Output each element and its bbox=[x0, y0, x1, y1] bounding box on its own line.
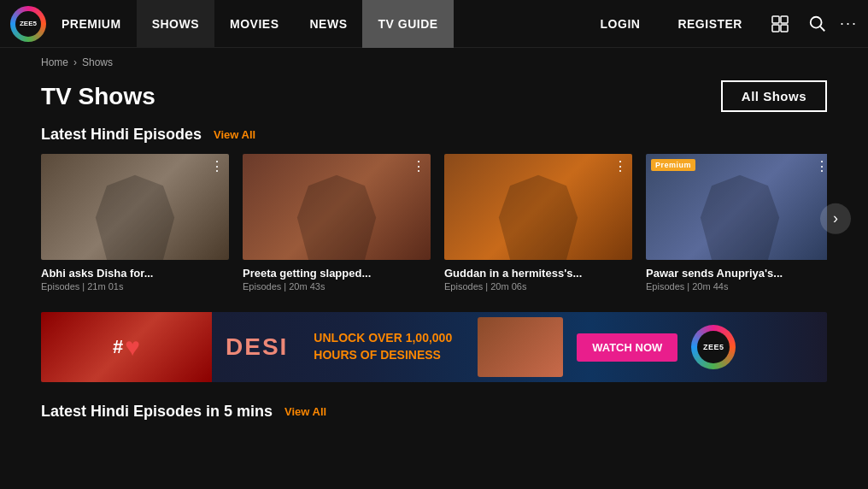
episode-thumb-4: Premium ⋮ bbox=[646, 154, 827, 260]
card-meta-3: Episodes | 20m 06s bbox=[444, 281, 632, 292]
card-meta-2: Episodes | 20m 43s bbox=[243, 281, 431, 292]
more-options-icon[interactable]: ··· bbox=[840, 15, 858, 32]
banner-desi-label: DESI bbox=[226, 333, 288, 361]
card-menu-icon-1[interactable]: ⋮ bbox=[208, 157, 226, 174]
nav-register[interactable]: REGISTER bbox=[662, 0, 758, 48]
banner-text-line1: UNLOCK OVER 1,00,000 bbox=[314, 330, 452, 347]
svg-rect-1 bbox=[781, 16, 788, 23]
episode-card-4[interactable]: Premium ⋮ Pawar sends Anupriya's... Epis… bbox=[646, 154, 827, 295]
card-info-4: Pawar sends Anupriya's... Episodes | 20m… bbox=[646, 260, 827, 295]
svg-rect-3 bbox=[781, 25, 788, 32]
zee5-logo-text: ZEE5 bbox=[697, 331, 730, 363]
card-title-4: Pawar sends Anupriya's... bbox=[646, 267, 827, 280]
logo-text: ZEE5 bbox=[15, 11, 41, 37]
episode-thumb-1: ⋮ bbox=[41, 154, 229, 260]
svg-rect-2 bbox=[772, 25, 779, 32]
navbar: ZEE5 PREMIUM SHOWS MOVIES NEWS TV GUIDE … bbox=[0, 0, 868, 48]
breadcrumb-home[interactable]: Home bbox=[41, 56, 68, 68]
card-menu-icon-3[interactable]: ⋮ bbox=[612, 157, 629, 174]
banner-text: UNLOCK OVER 1,00,000 HOURS OF DESINESS bbox=[314, 330, 452, 363]
episode-card-2[interactable]: ⋮ Preeta getting slapped... Episodes | 2… bbox=[243, 154, 431, 295]
episode-carousel: ⋮ Abhi asks Disha for... Episodes | 21m … bbox=[41, 154, 827, 295]
episode-thumb-3: ⋮ bbox=[444, 154, 632, 260]
nav-links: PREMIUM SHOWS MOVIES NEWS TV GUIDE bbox=[46, 0, 585, 48]
nav-item-news[interactable]: NEWS bbox=[294, 0, 362, 48]
thumb-silhouette bbox=[79, 154, 191, 260]
breadcrumb: Home › Shows bbox=[0, 48, 868, 77]
banner-preview-image bbox=[478, 317, 563, 377]
carousel-wrapper: ⋮ Abhi asks Disha for... Episodes | 21m … bbox=[0, 154, 868, 295]
premium-badge: Premium bbox=[651, 159, 695, 171]
banner-hashtag: # bbox=[113, 336, 123, 358]
section2-title: Latest Hindi Episodes in 5 mins bbox=[41, 403, 273, 421]
card-menu-icon-2[interactable]: ⋮ bbox=[410, 157, 427, 174]
page-header: TV Shows All Shows bbox=[0, 77, 868, 122]
banner-text-line2: HOURS OF DESINESS bbox=[314, 347, 452, 364]
watch-now-button[interactable]: WATCH NOW bbox=[577, 333, 677, 362]
svg-point-4 bbox=[811, 16, 822, 27]
breadcrumb-current: Shows bbox=[82, 56, 113, 68]
section1-header: Latest Hindi Episodes View All bbox=[0, 122, 868, 154]
card-info-1: Abhi asks Disha for... Episodes | 21m 01… bbox=[41, 260, 229, 295]
page-title: TV Shows bbox=[41, 83, 155, 110]
account-icon[interactable] bbox=[765, 9, 795, 39]
banner-left: # ♥ bbox=[41, 312, 212, 382]
search-icon[interactable] bbox=[802, 9, 833, 39]
card-title-3: Guddan in a hermitess's... bbox=[444, 267, 632, 280]
nav-right: LOGIN REGISTER ··· bbox=[585, 0, 858, 48]
episode-thumb-2: ⋮ bbox=[243, 154, 431, 260]
section1-view-all[interactable]: View All bbox=[214, 128, 255, 141]
thumb-silhouette bbox=[683, 154, 796, 260]
svg-rect-0 bbox=[772, 16, 779, 23]
card-info-2: Preeta getting slapped... Episodes | 20m… bbox=[243, 260, 431, 295]
nav-item-tv-guide[interactable]: TV GUIDE bbox=[362, 0, 453, 48]
all-shows-button[interactable]: All Shows bbox=[721, 80, 827, 112]
card-title-2: Preeta getting slapped... bbox=[243, 267, 431, 280]
breadcrumb-sep: › bbox=[73, 56, 77, 68]
logo[interactable]: ZEE5 bbox=[10, 6, 46, 42]
banner-ad: # ♥ DESI UNLOCK OVER 1,00,000 HOURS OF D… bbox=[41, 312, 827, 382]
thumb-silhouette bbox=[482, 154, 595, 260]
card-meta-4: Episodes | 20m 44s bbox=[646, 281, 827, 292]
banner-heart: ♥ bbox=[125, 333, 140, 362]
episode-card-3[interactable]: ⋮ Guddan in a hermitess's... Episodes | … bbox=[444, 154, 632, 295]
svg-line-5 bbox=[820, 27, 824, 31]
nav-item-shows[interactable]: SHOWS bbox=[137, 0, 214, 48]
card-menu-icon-4[interactable]: ⋮ bbox=[813, 157, 827, 174]
carousel-next-arrow[interactable]: › bbox=[820, 203, 851, 233]
section1-title: Latest Hindi Episodes bbox=[41, 126, 202, 144]
nav-item-movies[interactable]: MOVIES bbox=[214, 0, 294, 48]
nav-item-premium[interactable]: PREMIUM bbox=[46, 0, 137, 48]
card-info-3: Guddan in a hermitess's... Episodes | 20… bbox=[444, 260, 632, 295]
card-title-1: Abhi asks Disha for... bbox=[41, 267, 229, 280]
section2-view-all[interactable]: View All bbox=[284, 405, 326, 418]
zee5-logo-banner: ZEE5 bbox=[691, 325, 736, 369]
section2-header: Latest Hindi Episodes in 5 mins View All bbox=[0, 399, 868, 427]
card-meta-1: Episodes | 21m 01s bbox=[41, 281, 229, 292]
thumb-silhouette bbox=[280, 154, 393, 260]
nav-login[interactable]: LOGIN bbox=[585, 0, 656, 48]
episode-card-1[interactable]: ⋮ Abhi asks Disha for... Episodes | 21m … bbox=[41, 154, 229, 295]
